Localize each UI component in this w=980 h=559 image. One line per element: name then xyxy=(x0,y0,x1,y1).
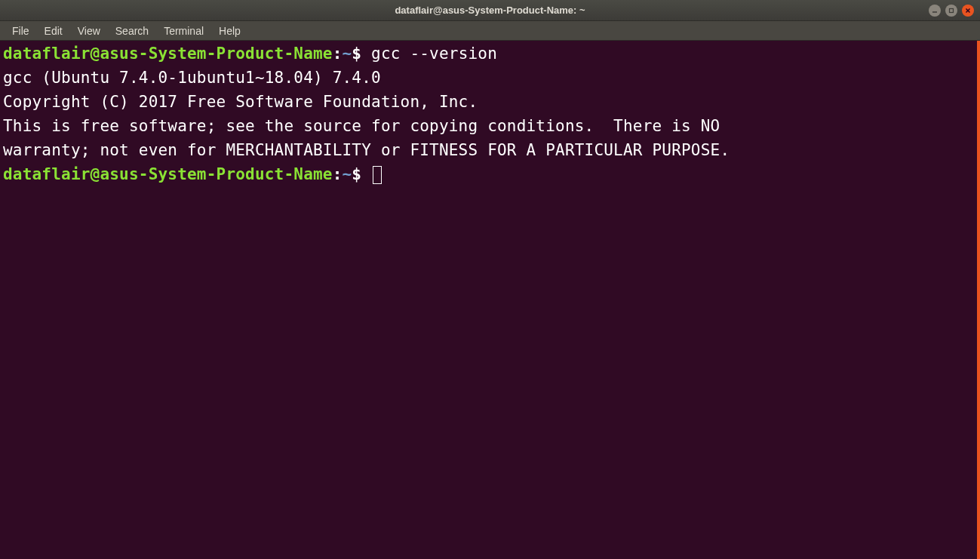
window-titlebar: dataflair@asus-System-Product-Name: ~ xyxy=(0,0,980,21)
menubar: File Edit View Search Terminal Help xyxy=(0,21,980,41)
svg-rect-1 xyxy=(950,8,954,12)
terminal-line-prompt1: dataflair@asus-System-Product-Name:~$ gc… xyxy=(3,42,977,66)
output-line-2: Copyright (C) 2017 Free Software Foundat… xyxy=(3,91,977,115)
menu-edit[interactable]: Edit xyxy=(37,22,70,40)
maximize-button[interactable] xyxy=(945,5,957,17)
menu-help[interactable]: Help xyxy=(211,22,248,40)
menu-search[interactable]: Search xyxy=(108,22,156,40)
prompt-path-2: ~ xyxy=(343,165,352,183)
prompt-dollar-2: $ xyxy=(352,165,361,183)
empty-command xyxy=(361,165,371,183)
prompt-path: ~ xyxy=(343,45,352,63)
window-controls xyxy=(929,5,974,17)
prompt-user-host-2: dataflair@asus-System-Product-Name xyxy=(3,165,333,183)
close-button[interactable] xyxy=(962,5,974,17)
output-line-1: gcc (Ubuntu 7.4.0-1ubuntu1~18.04) 7.4.0 xyxy=(3,66,977,91)
output-line-4: warranty; not even for MERCHANTABILITY o… xyxy=(3,139,977,163)
cursor-icon xyxy=(373,166,382,184)
menu-terminal[interactable]: Terminal xyxy=(156,22,211,40)
menu-view[interactable]: View xyxy=(70,22,108,40)
maximize-icon xyxy=(948,8,954,14)
output-line-3: This is free software; see the source fo… xyxy=(3,115,977,139)
window-title: dataflair@asus-System-Product-Name: ~ xyxy=(395,5,585,16)
close-icon xyxy=(965,8,971,14)
terminal-line-prompt2: dataflair@asus-System-Product-Name:~$ xyxy=(3,163,977,187)
command-text: gcc --version xyxy=(361,45,497,63)
minimize-button[interactable] xyxy=(929,5,941,17)
menu-file[interactable]: File xyxy=(5,22,37,40)
minimize-icon xyxy=(932,8,938,14)
prompt-colon: : xyxy=(333,45,343,63)
terminal-body[interactable]: dataflair@asus-System-Product-Name:~$ gc… xyxy=(0,41,980,559)
prompt-colon-2: : xyxy=(333,165,343,183)
prompt-user-host: dataflair@asus-System-Product-Name xyxy=(3,45,333,63)
prompt-dollar: $ xyxy=(352,45,361,63)
right-edge-decoration xyxy=(977,41,980,559)
